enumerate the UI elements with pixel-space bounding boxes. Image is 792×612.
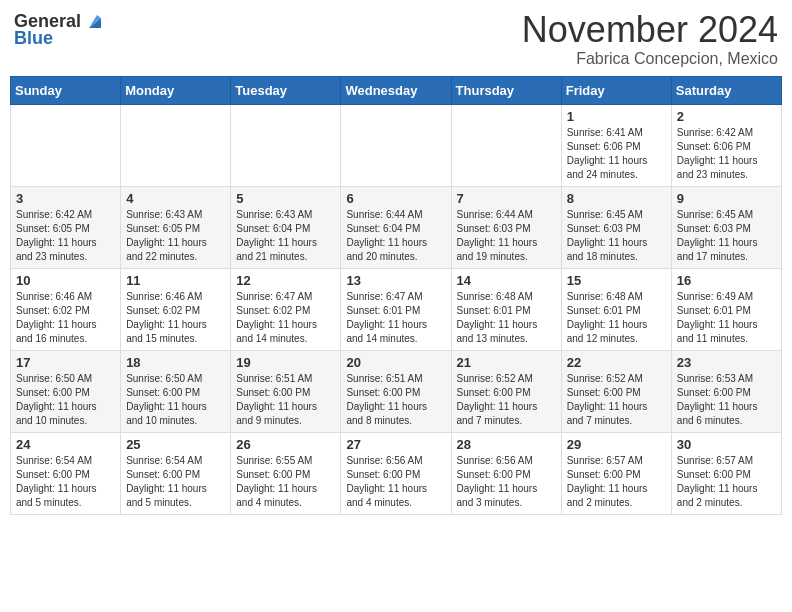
calendar-cell: 9Sunrise: 6:45 AMSunset: 6:03 PMDaylight…	[671, 186, 781, 268]
day-number: 13	[346, 273, 445, 288]
day-number: 25	[126, 437, 225, 452]
title-area: November 2024 Fabrica Concepcion, Mexico	[522, 10, 778, 68]
calendar-week-row: 24Sunrise: 6:54 AMSunset: 6:00 PMDayligh…	[11, 432, 782, 514]
day-number: 16	[677, 273, 776, 288]
day-info: Sunrise: 6:44 AMSunset: 6:03 PMDaylight:…	[457, 208, 556, 264]
day-info: Sunrise: 6:50 AMSunset: 6:00 PMDaylight:…	[126, 372, 225, 428]
calendar-cell: 10Sunrise: 6:46 AMSunset: 6:02 PMDayligh…	[11, 268, 121, 350]
day-number: 29	[567, 437, 666, 452]
day-info: Sunrise: 6:41 AMSunset: 6:06 PMDaylight:…	[567, 126, 666, 182]
day-number: 12	[236, 273, 335, 288]
calendar-cell: 7Sunrise: 6:44 AMSunset: 6:03 PMDaylight…	[451, 186, 561, 268]
day-number: 14	[457, 273, 556, 288]
calendar-cell: 2Sunrise: 6:42 AMSunset: 6:06 PMDaylight…	[671, 104, 781, 186]
day-number: 7	[457, 191, 556, 206]
day-info: Sunrise: 6:42 AMSunset: 6:06 PMDaylight:…	[677, 126, 776, 182]
calendar-cell: 6Sunrise: 6:44 AMSunset: 6:04 PMDaylight…	[341, 186, 451, 268]
page-header: General Blue November 2024 Fabrica Conce…	[10, 10, 782, 68]
day-info: Sunrise: 6:52 AMSunset: 6:00 PMDaylight:…	[457, 372, 556, 428]
calendar-cell: 27Sunrise: 6:56 AMSunset: 6:00 PMDayligh…	[341, 432, 451, 514]
weekday-header-saturday: Saturday	[671, 76, 781, 104]
day-number: 9	[677, 191, 776, 206]
calendar-cell: 26Sunrise: 6:55 AMSunset: 6:00 PMDayligh…	[231, 432, 341, 514]
calendar-cell: 1Sunrise: 6:41 AMSunset: 6:06 PMDaylight…	[561, 104, 671, 186]
calendar-cell: 11Sunrise: 6:46 AMSunset: 6:02 PMDayligh…	[121, 268, 231, 350]
day-number: 26	[236, 437, 335, 452]
day-info: Sunrise: 6:54 AMSunset: 6:00 PMDaylight:…	[126, 454, 225, 510]
day-number: 6	[346, 191, 445, 206]
day-info: Sunrise: 6:45 AMSunset: 6:03 PMDaylight:…	[567, 208, 666, 264]
calendar-week-row: 1Sunrise: 6:41 AMSunset: 6:06 PMDaylight…	[11, 104, 782, 186]
day-info: Sunrise: 6:44 AMSunset: 6:04 PMDaylight:…	[346, 208, 445, 264]
calendar-cell: 12Sunrise: 6:47 AMSunset: 6:02 PMDayligh…	[231, 268, 341, 350]
weekday-header-monday: Monday	[121, 76, 231, 104]
calendar-cell: 24Sunrise: 6:54 AMSunset: 6:00 PMDayligh…	[11, 432, 121, 514]
calendar-cell	[231, 104, 341, 186]
calendar-cell	[451, 104, 561, 186]
day-info: Sunrise: 6:57 AMSunset: 6:00 PMDaylight:…	[567, 454, 666, 510]
weekday-header-sunday: Sunday	[11, 76, 121, 104]
day-info: Sunrise: 6:48 AMSunset: 6:01 PMDaylight:…	[457, 290, 556, 346]
day-number: 20	[346, 355, 445, 370]
calendar-cell: 29Sunrise: 6:57 AMSunset: 6:00 PMDayligh…	[561, 432, 671, 514]
calendar-week-row: 17Sunrise: 6:50 AMSunset: 6:00 PMDayligh…	[11, 350, 782, 432]
day-number: 4	[126, 191, 225, 206]
day-info: Sunrise: 6:54 AMSunset: 6:00 PMDaylight:…	[16, 454, 115, 510]
month-title: November 2024	[522, 10, 778, 50]
calendar-cell: 8Sunrise: 6:45 AMSunset: 6:03 PMDaylight…	[561, 186, 671, 268]
location-title: Fabrica Concepcion, Mexico	[522, 50, 778, 68]
day-number: 28	[457, 437, 556, 452]
day-info: Sunrise: 6:47 AMSunset: 6:02 PMDaylight:…	[236, 290, 335, 346]
day-number: 23	[677, 355, 776, 370]
calendar-cell: 5Sunrise: 6:43 AMSunset: 6:04 PMDaylight…	[231, 186, 341, 268]
day-number: 15	[567, 273, 666, 288]
day-info: Sunrise: 6:56 AMSunset: 6:00 PMDaylight:…	[346, 454, 445, 510]
calendar-cell: 21Sunrise: 6:52 AMSunset: 6:00 PMDayligh…	[451, 350, 561, 432]
calendar-cell	[11, 104, 121, 186]
calendar-cell: 17Sunrise: 6:50 AMSunset: 6:00 PMDayligh…	[11, 350, 121, 432]
calendar-table: SundayMondayTuesdayWednesdayThursdayFrid…	[10, 76, 782, 515]
day-number: 27	[346, 437, 445, 452]
weekday-header-tuesday: Tuesday	[231, 76, 341, 104]
logo-icon	[83, 10, 105, 32]
day-info: Sunrise: 6:56 AMSunset: 6:00 PMDaylight:…	[457, 454, 556, 510]
day-info: Sunrise: 6:46 AMSunset: 6:02 PMDaylight:…	[16, 290, 115, 346]
day-info: Sunrise: 6:47 AMSunset: 6:01 PMDaylight:…	[346, 290, 445, 346]
logo: General Blue	[14, 10, 105, 49]
weekday-header-wednesday: Wednesday	[341, 76, 451, 104]
calendar-cell: 18Sunrise: 6:50 AMSunset: 6:00 PMDayligh…	[121, 350, 231, 432]
calendar-cell: 22Sunrise: 6:52 AMSunset: 6:00 PMDayligh…	[561, 350, 671, 432]
calendar-cell: 3Sunrise: 6:42 AMSunset: 6:05 PMDaylight…	[11, 186, 121, 268]
weekday-header-row: SundayMondayTuesdayWednesdayThursdayFrid…	[11, 76, 782, 104]
day-info: Sunrise: 6:52 AMSunset: 6:00 PMDaylight:…	[567, 372, 666, 428]
day-number: 19	[236, 355, 335, 370]
day-info: Sunrise: 6:55 AMSunset: 6:00 PMDaylight:…	[236, 454, 335, 510]
day-number: 3	[16, 191, 115, 206]
calendar-cell: 25Sunrise: 6:54 AMSunset: 6:00 PMDayligh…	[121, 432, 231, 514]
day-number: 10	[16, 273, 115, 288]
calendar-cell: 30Sunrise: 6:57 AMSunset: 6:00 PMDayligh…	[671, 432, 781, 514]
day-info: Sunrise: 6:50 AMSunset: 6:00 PMDaylight:…	[16, 372, 115, 428]
calendar-week-row: 3Sunrise: 6:42 AMSunset: 6:05 PMDaylight…	[11, 186, 782, 268]
day-info: Sunrise: 6:48 AMSunset: 6:01 PMDaylight:…	[567, 290, 666, 346]
calendar-week-row: 10Sunrise: 6:46 AMSunset: 6:02 PMDayligh…	[11, 268, 782, 350]
day-number: 1	[567, 109, 666, 124]
logo-blue: Blue	[14, 28, 53, 49]
calendar-cell: 23Sunrise: 6:53 AMSunset: 6:00 PMDayligh…	[671, 350, 781, 432]
calendar-cell: 13Sunrise: 6:47 AMSunset: 6:01 PMDayligh…	[341, 268, 451, 350]
day-info: Sunrise: 6:49 AMSunset: 6:01 PMDaylight:…	[677, 290, 776, 346]
day-number: 17	[16, 355, 115, 370]
calendar-cell: 28Sunrise: 6:56 AMSunset: 6:00 PMDayligh…	[451, 432, 561, 514]
day-number: 22	[567, 355, 666, 370]
day-info: Sunrise: 6:51 AMSunset: 6:00 PMDaylight:…	[346, 372, 445, 428]
day-number: 30	[677, 437, 776, 452]
day-info: Sunrise: 6:42 AMSunset: 6:05 PMDaylight:…	[16, 208, 115, 264]
calendar-cell: 14Sunrise: 6:48 AMSunset: 6:01 PMDayligh…	[451, 268, 561, 350]
day-number: 11	[126, 273, 225, 288]
day-number: 2	[677, 109, 776, 124]
day-info: Sunrise: 6:43 AMSunset: 6:04 PMDaylight:…	[236, 208, 335, 264]
calendar-cell: 15Sunrise: 6:48 AMSunset: 6:01 PMDayligh…	[561, 268, 671, 350]
calendar-cell: 19Sunrise: 6:51 AMSunset: 6:00 PMDayligh…	[231, 350, 341, 432]
weekday-header-friday: Friday	[561, 76, 671, 104]
day-info: Sunrise: 6:51 AMSunset: 6:00 PMDaylight:…	[236, 372, 335, 428]
